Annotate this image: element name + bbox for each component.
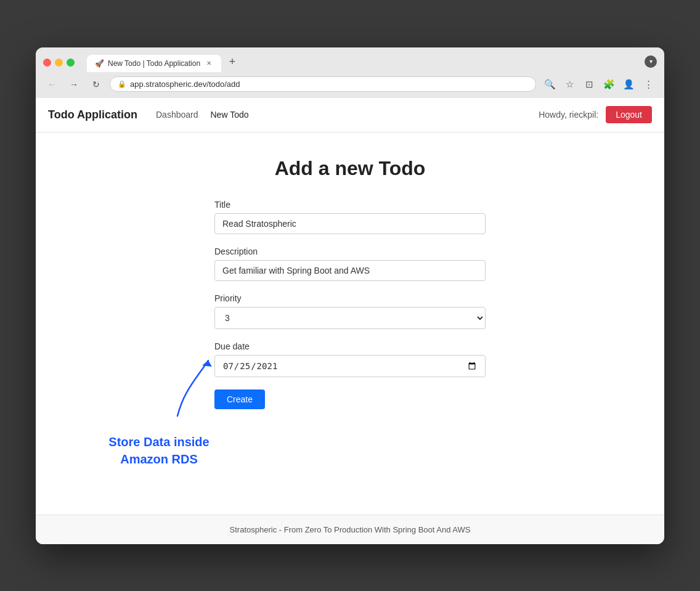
tab-title: New Todo | Todo Application	[108, 59, 200, 68]
title-form-group: Title	[214, 200, 486, 234]
annotation: Store Data inside Amazon RDS	[97, 342, 221, 468]
refresh-button[interactable]: ↻	[88, 76, 105, 93]
tab-right-area: ▾	[645, 55, 657, 70]
maximize-button[interactable]	[67, 59, 75, 67]
due-date-label: Due date	[214, 341, 486, 351]
main-content: Add a new Todo Title Description Priorit…	[36, 132, 664, 515]
address-bar: ← → ↻ 🔒 app.stratospheric.dev/todo/add 🔍…	[36, 72, 664, 98]
form-container: Title Description Priority 1 2 3 4 5	[214, 200, 486, 409]
browser-window: 🚀 New Todo | Todo Application ✕ + ▾ ← → …	[36, 47, 664, 544]
tab-close-button[interactable]: ✕	[204, 59, 214, 68]
menu-icon[interactable]: ⋮	[640, 76, 657, 93]
tab-favicon-icon: 🚀	[94, 59, 104, 68]
priority-select[interactable]: 1 2 3 4 5	[214, 307, 486, 329]
description-label: Description	[214, 247, 486, 256]
priority-form-group: Priority 1 2 3 4 5	[214, 293, 486, 329]
url-text: app.stratospheric.dev/todo/add	[130, 79, 528, 89]
description-form-group: Description	[214, 247, 486, 281]
app-nav: Todo Application Dashboard New Todo Howd…	[36, 98, 664, 132]
close-button[interactable]	[43, 59, 51, 67]
footer-text: Stratospheric - From Zero To Production …	[230, 525, 471, 534]
nav-right: Howdy, rieckpil: Logout	[539, 106, 652, 123]
bookmark-icon[interactable]: ☆	[561, 76, 578, 93]
back-button[interactable]: ←	[43, 76, 60, 93]
annotation-text: Store Data inside Amazon RDS	[97, 433, 221, 468]
url-bar[interactable]: 🔒 app.stratospheric.dev/todo/add	[110, 76, 536, 92]
traffic-lights	[43, 59, 75, 67]
title-input[interactable]	[214, 213, 486, 234]
priority-label: Priority	[214, 293, 486, 303]
create-button[interactable]: Create	[214, 389, 265, 409]
app-footer: Stratospheric - From Zero To Production …	[36, 515, 664, 544]
logout-button[interactable]: Logout	[606, 106, 652, 123]
howdy-text: Howdy, rieckpil:	[539, 110, 598, 120]
search-icon[interactable]: 🔍	[541, 76, 558, 93]
extensions-icon[interactable]: 🧩	[600, 76, 617, 93]
tabs-area: 🚀 New Todo | Todo Application ✕ +	[87, 54, 640, 72]
nav-link-dashboard[interactable]: Dashboard	[156, 110, 198, 120]
annotation-arrow	[134, 342, 221, 428]
nav-link-new-todo[interactable]: New Todo	[210, 110, 248, 120]
app-brand: Todo Application	[48, 108, 137, 121]
due-date-form-group: Due date	[214, 341, 486, 377]
address-bar-actions: 🔍 ☆ ⊡ 🧩 👤 ⋮	[541, 76, 657, 93]
browser-tab[interactable]: 🚀 New Todo | Todo Application ✕	[87, 55, 221, 72]
profile-icon[interactable]: 👤	[620, 76, 637, 93]
tab-dropdown-icon[interactable]: ▾	[645, 55, 657, 68]
lock-icon: 🔒	[118, 80, 126, 88]
nav-links: Dashboard New Todo	[156, 110, 539, 120]
title-label: Title	[214, 200, 486, 210]
due-date-input[interactable]	[214, 355, 486, 377]
description-input[interactable]	[214, 260, 486, 281]
minimize-button[interactable]	[55, 59, 63, 67]
page-title: Add a new Todo	[48, 157, 652, 180]
forward-button[interactable]: →	[65, 76, 83, 93]
tab-search-icon[interactable]: ⊡	[580, 76, 598, 93]
title-bar: 🚀 New Todo | Todo Application ✕ + ▾	[36, 47, 664, 72]
new-tab-button[interactable]: +	[224, 54, 241, 71]
